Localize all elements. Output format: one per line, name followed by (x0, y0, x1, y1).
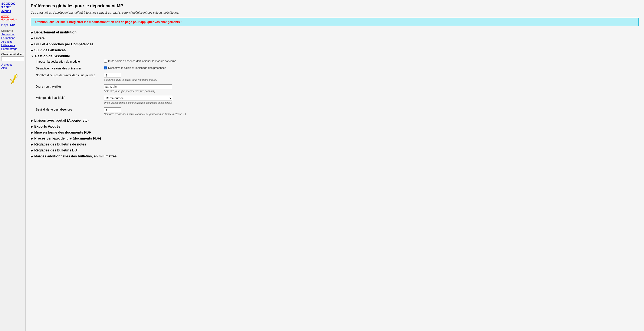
section-reglages-bulletins-notes[interactable]: ▶ Réglages des bulletins de notes (31, 142, 639, 146)
form-row-seuil: Seuil d'alerte des absences Nombres d'ab… (36, 107, 639, 116)
scolarite-header: Scolarité (1, 29, 13, 32)
hint-imposer: toute saisie d'absence doit indiquer le … (108, 60, 176, 62)
control-desactiver: Désactive la saisie et l'affichage des p… (104, 66, 166, 70)
select-metrique[interactable]: Demi-journée Heure Jour (104, 96, 172, 101)
section-proces-verbaux[interactable]: ▶ Procès verbaux de jury (documents PDF) (31, 136, 639, 140)
control-metrique: Demi-journée Heure Jour Unité utilisée d… (104, 96, 172, 104)
sidebar-item-utilisateurs[interactable]: Utilisateurs (1, 44, 24, 47)
section-marges-additionnelles[interactable]: ▶ Marges additionnelles des bulletins, e… (31, 154, 639, 158)
input-seuil[interactable] (104, 107, 121, 112)
hint-heures: Est utilisé dans le calcul de la métriqu… (104, 78, 157, 81)
svg-text:L: L (12, 80, 14, 83)
section-liaison-portail[interactable]: ▶ Liaison avec portail (Apogée, etc) (31, 119, 639, 122)
section-mise-en-forme-pdf[interactable]: ▶ Mise en forme des documents PDF (31, 130, 639, 134)
section-but[interactable]: ▶ BUT et Approches par Compétences (31, 42, 639, 46)
page-title: Préférences globales pour le département… (31, 4, 639, 8)
app-title: SCODOC 9.6.975 (1, 2, 24, 9)
form-row-imposer: Imposer la déclaration du module toute s… (36, 60, 639, 63)
sidebar-item-assiduite[interactable]: Assiduité (1, 40, 24, 43)
control-imposer: toute saisie d'absence doit indiquer le … (104, 60, 176, 62)
sidebar-item-parametrage[interactable]: Paramétrage (1, 47, 24, 50)
label-heures: Nombre d'heures de travail dans une jour… (36, 73, 104, 77)
search-label: Chercher étudiant: (1, 52, 24, 56)
hint-desactiver: Désactive la saisie et l'affichage des p… (108, 66, 166, 70)
section-suivi-absences[interactable]: ▶ Suivi des absences (31, 48, 639, 52)
control-seuil: Nombres d'absences limite avant alerte (… (104, 107, 186, 116)
section-gestion-assiduite[interactable]: ▼ Gestion de l'assiduité (31, 54, 639, 58)
deconnexion-link[interactable]: déconnexion (1, 18, 24, 21)
control-heures: Est utilisé dans le calcul de la métriqu… (104, 73, 157, 81)
hint-metrique: Unité utilisée dans la fiche étudiante, … (104, 102, 172, 104)
alert-box: Attention: cliquez sur "Enregistrer les … (31, 18, 639, 26)
input-jours[interactable] (104, 84, 172, 89)
sidebar-item-semestres[interactable]: Semestres (1, 33, 24, 36)
label-imposer: Imposer la déclaration du module (36, 60, 104, 63)
section-divers[interactable]: ▶ Divers (31, 36, 639, 40)
section-reglages-bulletins-but[interactable]: ▶ Réglages des bulletins BUT (31, 148, 639, 152)
checkbox-desactiver[interactable] (104, 66, 107, 70)
page-subtitle: Ces paramètres s'appliquent par défaut à… (31, 11, 639, 14)
app-logo: V L (6, 73, 19, 84)
form-row-metrique: Métrique de l'assiduité Demi-journée Heu… (36, 96, 639, 104)
sidebar-item-formations[interactable]: Formations (1, 36, 24, 40)
label-metrique: Métrique de l'assiduité (36, 96, 104, 100)
control-jours: Liste des jours (lun,mar,mer,jeu,ven,sam… (104, 84, 172, 93)
section-departement[interactable]: ▶ Département et institution (31, 30, 639, 34)
checkbox-imposer[interactable] (104, 60, 107, 62)
aide-link[interactable]: Aide (1, 66, 24, 70)
search-input[interactable] (1, 56, 24, 61)
label-jours: Jours non travaillés (36, 84, 104, 88)
hint-jours: Liste des jours (lun,mar,mer,jeu,ven,sam… (104, 90, 172, 93)
hint-seuil: Nombres d'absences limite avant alerte (… (104, 113, 186, 116)
assiduite-form: Imposer la déclaration du module toute s… (36, 60, 639, 116)
label-seuil: Seuil d'alerte des absences (36, 107, 104, 111)
dept-label: Dépt. MP (1, 23, 24, 27)
apropos-link[interactable]: À propos (1, 63, 24, 66)
input-heures[interactable] (104, 73, 121, 78)
logo-area: V L (1, 73, 24, 85)
sidebar: SCODOC 9.6.975 Accueil admin déconnexion… (0, 0, 26, 331)
alert-highlight: Attention: cliquez sur "Enregistrer les … (34, 20, 182, 24)
main-content: Préférences globales pour le département… (26, 0, 644, 331)
accueil-link[interactable]: Accueil (1, 9, 24, 13)
admin-link[interactable]: admin (1, 14, 24, 18)
form-row-desactiver: Désactiver la saisie des présences Désac… (36, 66, 639, 70)
label-desactiver: Désactiver la saisie des présences (36, 66, 104, 70)
section-exports-apogee[interactable]: ▶ Exports Apogée (31, 124, 639, 128)
form-row-jours: Jours non travaillés Liste des jours (lu… (36, 84, 639, 93)
form-row-heures: Nombre d'heures de travail dans une jour… (36, 73, 639, 81)
